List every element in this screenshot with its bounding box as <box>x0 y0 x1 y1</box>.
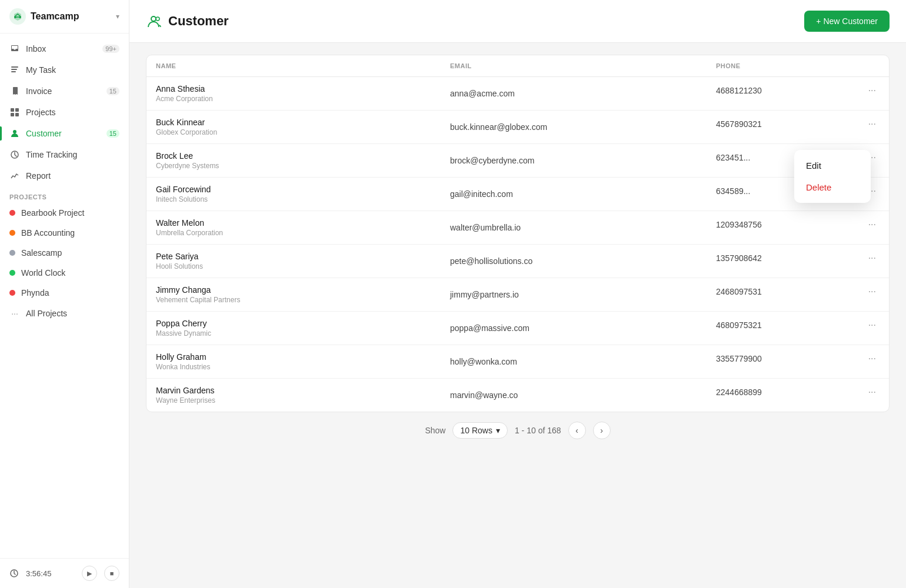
sidebar-item-bb-accounting[interactable]: BB Accounting <box>0 223 129 243</box>
stop-button[interactable]: ■ <box>104 566 119 581</box>
sidebar-item-phynda[interactable]: Phynda <box>0 283 129 303</box>
sidebar-item-bearbook[interactable]: Bearbook Project <box>0 203 129 223</box>
sidebar-item-world-clock[interactable]: World Clock <box>0 263 129 283</box>
svg-rect-5 <box>11 69 17 70</box>
customer-company: Wonka Industries <box>156 363 431 371</box>
task-icon <box>9 65 20 75</box>
company-name: Teamcamp <box>31 11 116 22</box>
report-icon <box>9 171 20 181</box>
email-value: pete@hollisolutions.co <box>450 256 532 266</box>
cell-email-10: marvin@wayne.co <box>441 379 707 412</box>
more-options-button[interactable]: ··· <box>865 118 880 131</box>
invoice-badge: 15 <box>106 87 119 95</box>
bb-accounting-label: BB Accounting <box>21 228 75 238</box>
more-options-button[interactable]: ··· <box>865 285 880 298</box>
cell-phone-6: 1357908642··· <box>707 245 889 272</box>
sidebar-item-customer-label: Customer <box>26 129 62 138</box>
prev-page-button[interactable]: ‹ <box>568 422 586 439</box>
email-value: gail@initech.com <box>450 189 513 199</box>
page-title: Customer <box>168 14 229 29</box>
customer-name: Brock Lee <box>156 151 431 161</box>
customer-company: Cyberdyne Systems <box>156 162 431 170</box>
cell-email-9: holly@wonka.com <box>441 345 707 379</box>
table-header: NAME EMAIL PHONE <box>146 55 889 77</box>
more-options-button[interactable]: ··· <box>865 319 880 332</box>
email-value: brock@cyberdyne.com <box>450 156 534 165</box>
phone-value: 4680975321 <box>716 320 762 330</box>
clock-icon <box>9 149 20 160</box>
svg-rect-8 <box>15 108 19 112</box>
svg-rect-9 <box>11 113 14 116</box>
main-content: NAME EMAIL PHONE Anna SthesiaAcme Corpor… <box>129 43 906 588</box>
phone-value: 2468097531 <box>716 287 762 296</box>
rows-selector[interactable]: 10 Rows ▾ <box>452 422 507 439</box>
sidebar-header[interactable]: Teamcamp ▾ <box>0 0 129 34</box>
cell-name-9: Holly GrahamWonka Industries <box>146 345 441 379</box>
cell-name-2: Buck KinnearGlobex Corporation <box>146 111 441 144</box>
table-row: Pete SariyaHooli Solutionspete@hollisolu… <box>146 245 889 278</box>
cell-name-8: Poppa CherryMassive Dynamic <box>146 312 441 345</box>
email-value: walter@umbrella.io <box>450 223 521 232</box>
next-page-button[interactable]: › <box>593 422 611 439</box>
cell-name-4: Gail ForcewindInitech Solutions <box>146 178 441 211</box>
sidebar-item-customer[interactable]: Customer 15 <box>0 123 129 144</box>
sidebar-item-invoice[interactable]: Invoice 15 <box>0 81 129 102</box>
customer-company: Wayne Enterprises <box>156 396 431 405</box>
cell-email-3: brock@cyberdyne.com <box>441 144 707 178</box>
sidebar-footer: 3:56:45 ▶ ■ <box>0 558 129 588</box>
phone-value: 2244668899 <box>716 387 762 397</box>
svg-point-1 <box>14 16 16 18</box>
bearbook-label: Bearbook Project <box>21 208 84 218</box>
sidebar-item-report[interactable]: Report <box>0 165 129 186</box>
table-row: Anna SthesiaAcme Corporationanna@acme.co… <box>146 77 889 111</box>
cell-phone-9: 3355779900··· <box>707 345 889 372</box>
cell-phone-2: 4567890321··· <box>707 111 889 138</box>
email-value: jimmy@partners.io <box>450 290 519 299</box>
more-options-button[interactable]: ··· <box>865 84 880 97</box>
more-options-button[interactable]: ··· <box>865 352 880 365</box>
sidebar-item-projects[interactable]: Projects <box>0 102 129 123</box>
svg-rect-10 <box>15 113 19 116</box>
sidebar-item-all-projects[interactable]: ··· All Projects <box>0 303 129 324</box>
show-label: Show <box>425 426 445 435</box>
customer-page-icon <box>146 14 161 29</box>
context-delete[interactable]: Delete <box>794 176 871 198</box>
pagination: Show 10 Rows ▾ 1 - 10 of 168 ‹ › <box>146 412 890 449</box>
phone-value: 4567890321 <box>716 119 762 129</box>
chevron-down-icon: ▾ <box>116 12 119 21</box>
customer-company: Umbrella Corporation <box>156 229 431 237</box>
cell-name-5: Walter MelonUmbrella Corporation <box>146 211 441 245</box>
sidebar-item-time-tracking[interactable]: Time Tracking <box>0 144 129 165</box>
sidebar-item-salescamp[interactable]: Salescamp <box>0 243 129 263</box>
sidebar-item-report-label: Report <box>26 171 51 181</box>
bb-accounting-dot <box>9 230 15 236</box>
sidebar-item-inbox-label: Inbox <box>26 44 46 54</box>
table-row: Marvin GardensWayne Enterprisesmarvin@wa… <box>146 379 889 412</box>
world-clock-dot <box>9 270 15 276</box>
phone-value: 4688121230 <box>716 86 762 95</box>
cell-email-7: jimmy@partners.io <box>441 278 707 312</box>
sidebar-item-my-task[interactable]: My Task <box>0 59 129 81</box>
rows-value: 10 Rows <box>460 426 492 435</box>
svg-point-11 <box>13 130 16 133</box>
new-customer-button[interactable]: + New Customer <box>804 11 890 32</box>
table-row: Buck KinnearGlobex Corporationbuck.kinne… <box>146 111 889 144</box>
more-options-button[interactable]: ··· <box>865 252 880 265</box>
customer-company: Globex Corporation <box>156 128 431 136</box>
main-area: Customer + New Customer NAME EMAIL PHONE… <box>129 0 906 588</box>
play-button[interactable]: ▶ <box>82 566 97 581</box>
svg-rect-4 <box>11 66 18 68</box>
cell-email-1: anna@acme.com <box>441 77 707 111</box>
cell-name-7: Jimmy ChangaVehement Capital Partners <box>146 278 441 312</box>
col-phone: PHONE <box>707 55 889 77</box>
context-edit[interactable]: Edit <box>794 155 871 176</box>
more-options-button[interactable]: ··· <box>865 386 880 399</box>
sidebar-item-my-task-label: My Task <box>26 65 56 75</box>
sidebar-item-inbox[interactable]: Inbox 99+ <box>0 38 129 59</box>
col-name: NAME <box>146 55 441 77</box>
projects-icon <box>9 107 20 118</box>
cell-name-10: Marvin GardensWayne Enterprises <box>146 379 441 412</box>
more-options-button[interactable]: ··· <box>865 218 880 231</box>
footer-time: 3:56:45 <box>26 569 75 578</box>
title-area: Customer <box>146 14 229 29</box>
